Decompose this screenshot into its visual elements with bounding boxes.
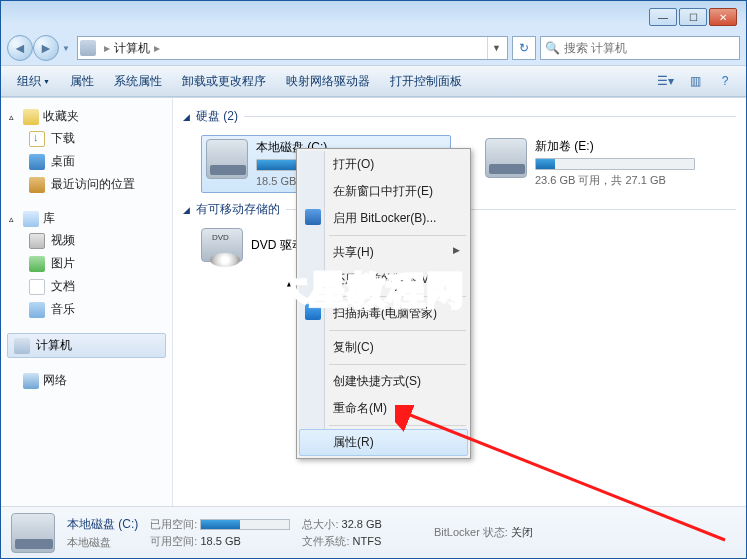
sidebar-downloads[interactable]: 下载 [5, 127, 168, 150]
shield-icon [305, 209, 321, 225]
organize-menu[interactable]: 组织▼ [9, 69, 58, 94]
videos-icon [29, 233, 45, 249]
system-properties-button[interactable]: 系统属性 [106, 69, 170, 94]
hdd-icon [485, 138, 527, 178]
bitlocker-label: BitLocker 状态: [434, 526, 508, 538]
uninstall-button[interactable]: 卸载或更改程序 [174, 69, 274, 94]
sidebar-desktop[interactable]: 桌面 [5, 150, 168, 173]
address-dropdown[interactable]: ▼ [487, 37, 505, 59]
details-subtitle: 本地磁盘 [67, 535, 138, 550]
forward-button[interactable]: ► [33, 35, 59, 61]
close-button[interactable]: ✕ [709, 8, 737, 26]
ctx-copy[interactable]: 复制(C) [299, 334, 468, 361]
breadcrumb-computer[interactable]: 计算机 [114, 40, 150, 57]
ctx-bitlocker[interactable]: 启用 BitLocker(B)... [299, 205, 468, 232]
view-mode-icon[interactable]: ☰▾ [652, 70, 678, 92]
downloads-icon [29, 131, 45, 147]
favorites-icon [23, 109, 39, 125]
ctx-previous-versions[interactable]: 还原以前的版本(V) [299, 266, 468, 293]
fs-value: NTFS [353, 535, 382, 547]
sidebar-documents[interactable]: 文档 [5, 275, 168, 298]
map-drive-button[interactable]: 映射网络驱动器 [278, 69, 378, 94]
sidebar-favorites[interactable]: ▵收藏夹 [5, 106, 168, 127]
address-bar[interactable]: ▸ 计算机 ▸ ▼ [77, 36, 508, 60]
ctx-open[interactable]: 打开(O) [299, 151, 468, 178]
sidebar-pictures[interactable]: 图片 [5, 252, 168, 275]
properties-button[interactable]: 属性 [62, 69, 102, 94]
computer-icon [80, 40, 96, 56]
details-title: 本地磁盘 (C:) [67, 516, 138, 533]
back-button[interactable]: ◄ [7, 35, 33, 61]
control-panel-button[interactable]: 打开控制面板 [382, 69, 470, 94]
hdd-icon [11, 513, 55, 553]
antivirus-icon [305, 304, 321, 320]
search-icon: 🔍 [545, 41, 560, 55]
used-bar [200, 519, 290, 530]
sidebar-libraries[interactable]: ▵库 [5, 208, 168, 229]
nav-history-dropdown[interactable]: ▼ [59, 35, 73, 61]
documents-icon [29, 279, 45, 295]
network-icon [23, 373, 39, 389]
free-value: 18.5 GB [200, 535, 240, 547]
dvd-icon [201, 228, 243, 262]
drive-e-stats: 23.6 GB 可用，共 27.1 GB [535, 173, 727, 188]
breadcrumb-arrow[interactable]: ▸ [154, 41, 160, 55]
search-box[interactable]: 🔍 [540, 36, 740, 60]
preview-pane-icon[interactable]: ▥ [682, 70, 708, 92]
sidebar-network[interactable]: 网络 [5, 370, 168, 391]
command-bar: 组织▼ 属性 系统属性 卸载或更改程序 映射网络驱动器 打开控制面板 ☰▾ ▥ … [1, 65, 746, 97]
search-input[interactable] [564, 41, 735, 55]
sidebar-computer[interactable]: 计算机 [7, 333, 166, 358]
hdd-icon [206, 139, 248, 179]
details-pane: 本地磁盘 (C:) 本地磁盘 已用空间: 可用空间: 18.5 GB 总大小: … [1, 506, 746, 558]
drive-e-usage-bar [535, 158, 695, 170]
titlebar: — ☐ ✕ [1, 1, 746, 31]
sidebar-music[interactable]: 音乐 [5, 298, 168, 321]
refresh-button[interactable]: ↻ [512, 36, 536, 60]
total-label: 总大小: [302, 518, 338, 530]
ctx-scan-virus[interactable]: 扫描病毒(电脑管家) [299, 300, 468, 327]
ctx-create-shortcut[interactable]: 创建快捷方式(S) [299, 368, 468, 395]
fs-label: 文件系统: [302, 535, 349, 547]
used-label: 已用空间: [150, 518, 197, 530]
pictures-icon [29, 256, 45, 272]
maximize-button[interactable]: ☐ [679, 8, 707, 26]
desktop-icon [29, 154, 45, 170]
free-label: 可用空间: [150, 535, 197, 547]
navigation-pane: ▵收藏夹 下载 桌面 最近访问的位置 ▵库 视频 图片 文档 音乐 计算机 网络 [1, 98, 173, 506]
sidebar-recent[interactable]: 最近访问的位置 [5, 173, 168, 196]
drive-e[interactable]: 新加卷 (E:) 23.6 GB 可用，共 27.1 GB [481, 135, 731, 193]
recent-icon [29, 177, 45, 193]
sidebar-videos[interactable]: 视频 [5, 229, 168, 252]
computer-icon [14, 338, 30, 354]
libraries-icon [23, 211, 39, 227]
ctx-properties[interactable]: 属性(R) [299, 429, 468, 456]
breadcrumb-arrow[interactable]: ▸ [104, 41, 110, 55]
drive-e-label: 新加卷 (E:) [535, 138, 727, 155]
nav-row: ◄ ► ▼ ▸ 计算机 ▸ ▼ ↻ 🔍 [1, 31, 746, 65]
help-icon[interactable]: ? [712, 70, 738, 92]
ctx-rename[interactable]: 重命名(M) [299, 395, 468, 422]
ctx-share[interactable]: 共享(H)▶ [299, 239, 468, 266]
context-menu: 打开(O) 在新窗口中打开(E) 启用 BitLocker(B)... 共享(H… [296, 148, 471, 459]
music-icon [29, 302, 45, 318]
bitlocker-value: 关闭 [511, 526, 533, 538]
minimize-button[interactable]: — [649, 8, 677, 26]
total-value: 32.8 GB [342, 518, 382, 530]
group-hard-drives[interactable]: ◢硬盘 (2) [183, 104, 736, 129]
ctx-open-new-window[interactable]: 在新窗口中打开(E) [299, 178, 468, 205]
